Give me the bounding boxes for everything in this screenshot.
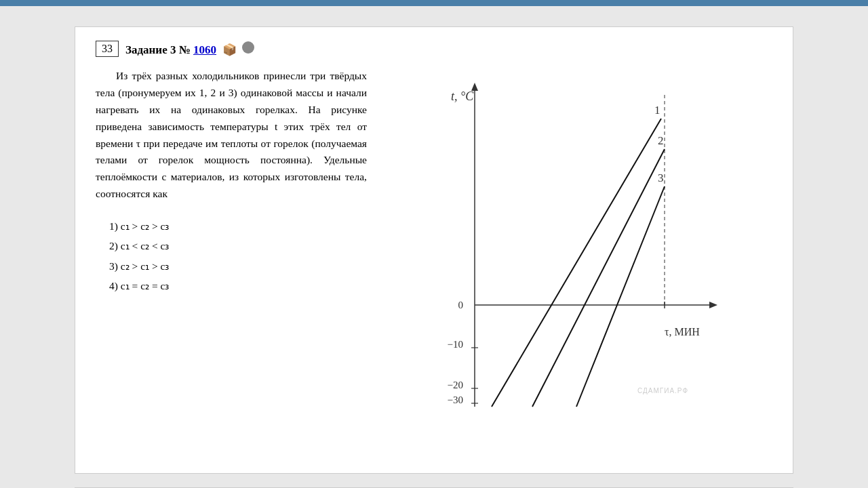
task-header: 33 Задание 3 № 1060 📦 bbox=[96, 41, 772, 57]
top-bar bbox=[0, 0, 868, 6]
task-number: 33 bbox=[96, 41, 119, 57]
svg-text:3: 3 bbox=[658, 171, 664, 184]
graph-svg: t, °C τ, МИН 0 −10 −20 −30 bbox=[414, 75, 726, 441]
content-area: 33 Задание 3 № 1060 📦 Из трёх разных хол… bbox=[75, 26, 793, 474]
svg-text:1: 1 bbox=[654, 104, 660, 117]
answer-1: 1) c₁ > c₂ > c₃ bbox=[109, 216, 367, 236]
svg-text:СДАМГИА.РФ: СДАМГИА.РФ bbox=[637, 387, 688, 394]
svg-text:2: 2 bbox=[658, 134, 664, 147]
svg-line-17 bbox=[532, 149, 665, 407]
svg-text:−30: −30 bbox=[448, 394, 463, 405]
answers-list: 1) c₁ > c₂ > c₃ 2) c₁ < c₂ < c₃ 3) c₂ > … bbox=[109, 216, 367, 296]
task-link[interactable]: 1060 bbox=[193, 43, 216, 56]
answer-2: 2) c₁ < c₂ < c₃ bbox=[109, 236, 367, 256]
graph-container: t, °C τ, МИН 0 −10 −20 −30 bbox=[367, 68, 772, 441]
svg-marker-3 bbox=[709, 302, 717, 308]
task-title: Задание 3 № 1060 📦 bbox=[125, 41, 254, 57]
svg-text:−20: −20 bbox=[448, 380, 463, 390]
task-text-column: Из трёх разных холодильников принесли тр… bbox=[96, 68, 367, 296]
svg-text:t, °C: t, °C bbox=[451, 89, 474, 103]
answer-4: 4) c₁ = c₂ = c₃ bbox=[109, 276, 367, 296]
answer-3: 3) c₂ > c₁ > c₃ bbox=[109, 256, 367, 276]
svg-text:τ, МИН: τ, МИН bbox=[665, 326, 700, 338]
task-label: Задание 3 № bbox=[125, 43, 193, 56]
svg-line-15 bbox=[492, 119, 661, 407]
task-body: Из трёх разных холодильников принесли тр… bbox=[96, 68, 772, 441]
task-icon: 📦 bbox=[222, 43, 237, 56]
task-circle bbox=[242, 41, 254, 54]
svg-text:−10: −10 bbox=[448, 339, 463, 350]
task-paragraph: Из трёх разных холодильников принесли тр… bbox=[96, 68, 367, 202]
svg-text:0: 0 bbox=[458, 300, 464, 310]
